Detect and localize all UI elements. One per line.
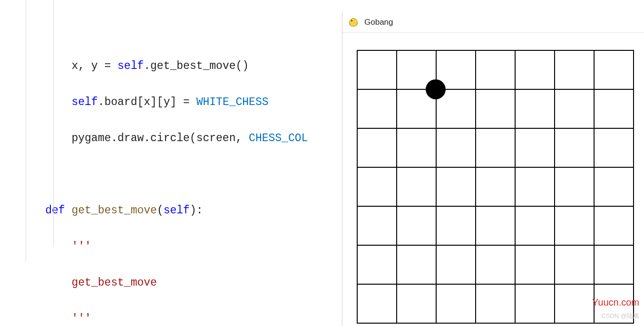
board-cell[interactable] — [436, 206, 476, 245]
board-cell[interactable] — [476, 245, 515, 284]
board-cell[interactable] — [357, 284, 397, 323]
window-title: Gobang — [364, 18, 393, 27]
pygame-icon — [347, 17, 360, 28]
board-cell[interactable] — [555, 206, 594, 245]
code-line[interactable]: ''' — [19, 310, 323, 326]
code-line[interactable]: def get_best_move(self): — [19, 201, 323, 220]
board-cell[interactable] — [555, 284, 594, 323]
code-editor[interactable]: x, y = self.get_best_move() self.board[x… — [0, 0, 342, 326]
board-cell[interactable] — [397, 167, 436, 206]
board-cell[interactable] — [515, 167, 555, 206]
board-cell[interactable] — [357, 50, 397, 89]
indent-guide — [26, 0, 26, 261]
board-cell[interactable] — [357, 89, 397, 128]
board-cell[interactable] — [594, 167, 634, 206]
code-line[interactable] — [19, 165, 323, 183]
watermark-site: Yuucn.com — [592, 297, 639, 308]
board-cell[interactable] — [476, 128, 515, 167]
board-cell[interactable] — [357, 167, 397, 206]
code-line[interactable]: get_best_move — [19, 274, 323, 292]
code-line[interactable]: self.board[x][y] = WHITE_CHESS — [19, 93, 323, 111]
board-cell[interactable] — [515, 89, 555, 128]
board-cell[interactable] — [357, 128, 397, 167]
board-cell[interactable] — [476, 167, 515, 206]
board-cell[interactable] — [397, 284, 436, 323]
board-cell[interactable] — [357, 206, 397, 245]
board-cell[interactable] — [397, 206, 436, 245]
board-area[interactable] — [357, 50, 644, 324]
board-cell[interactable] — [594, 128, 634, 167]
titlebar[interactable]: Gobang — [342, 12, 644, 33]
board-cell[interactable] — [594, 206, 634, 245]
board-cell[interactable] — [515, 284, 555, 323]
code-line[interactable]: pygame.draw.circle(screen, CHESS_COL — [19, 129, 323, 147]
board-cell[interactable] — [476, 89, 515, 128]
board-cell[interactable] — [594, 50, 634, 89]
indent-guide — [53, 0, 54, 246]
board-cell[interactable] — [476, 284, 515, 323]
board-cell[interactable] — [397, 128, 436, 167]
board-cell[interactable] — [397, 245, 436, 284]
board-cell[interactable] — [476, 50, 515, 89]
board-cell[interactable] — [436, 284, 476, 323]
board-cell[interactable] — [476, 206, 515, 245]
board-cell[interactable] — [555, 167, 594, 206]
chess-piece-black — [426, 79, 446, 99]
board-cell[interactable] — [515, 128, 555, 167]
board-cell[interactable] — [555, 128, 594, 167]
board-cell[interactable] — [594, 245, 634, 284]
board-cell[interactable] — [594, 89, 634, 128]
board-cell[interactable] — [555, 89, 594, 128]
board-cell[interactable] — [515, 245, 555, 284]
code-line[interactable]: ''' — [19, 238, 323, 256]
board-cell[interactable] — [436, 128, 476, 167]
board-cell[interactable] — [436, 167, 476, 206]
board-cell[interactable] — [436, 245, 476, 284]
board-cell[interactable] — [555, 245, 594, 284]
board-cell[interactable] — [515, 206, 555, 245]
board-cell[interactable] — [357, 245, 397, 284]
gobang-board[interactable] — [357, 50, 634, 324]
pygame-window[interactable]: Gobang — [342, 12, 644, 326]
watermark-csdn: CSDN @陆嵩 — [601, 312, 639, 320]
board-cell[interactable] — [555, 50, 594, 89]
board-cell[interactable] — [515, 50, 555, 89]
code-line[interactable]: x, y = self.get_best_move() — [19, 57, 323, 75]
